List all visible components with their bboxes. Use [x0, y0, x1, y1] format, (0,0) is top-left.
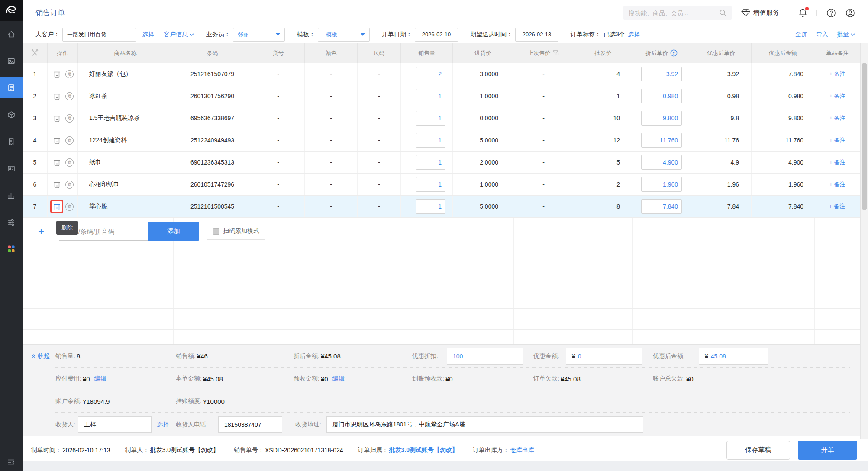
import-link[interactable]: 导入 [816, 31, 828, 39]
gift-row-icon[interactable]: 赠 [65, 136, 74, 145]
vertical-scrollbar[interactable] [860, 43, 868, 439]
delete-row-icon[interactable] [52, 157, 62, 168]
table-lower-area: + 添加 扫码累加模式 [23, 218, 860, 344]
add-remark-link[interactable]: + 备注 [829, 92, 845, 100]
sidebar-item-gallery[interactable] [0, 48, 23, 74]
add-remark-link[interactable]: + 备注 [829, 158, 845, 166]
discounted-unit-price-input[interactable]: 7.840 [641, 199, 682, 214]
delete-row-icon[interactable] [52, 68, 62, 80]
value-added-services-button[interactable]: 增值服务 [741, 9, 779, 17]
receiver-input[interactable]: 王梓 [78, 416, 152, 433]
row-ops: 赠 [48, 129, 78, 151]
order-tags-count: 已选3个 [603, 31, 625, 39]
fee-edit-link[interactable]: 编辑 [94, 375, 106, 383]
gift-row-icon[interactable]: 赠 [65, 181, 74, 189]
gift-row-icon[interactable]: 赠 [65, 92, 74, 100]
qty-input[interactable]: 1 [416, 177, 445, 192]
fullscreen-link[interactable]: 全屏 [795, 31, 807, 39]
discounted-unit-price-input[interactable]: 0.980 [641, 89, 682, 103]
sidebar-item-settings[interactable] [0, 209, 23, 236]
after-discount-unit-price: 7.84 [691, 196, 752, 217]
add-remark-link[interactable]: + 备注 [829, 136, 845, 144]
discounted-unit-price-input[interactable]: 9.800 [641, 111, 682, 126]
customer-info-dropdown[interactable]: 客户信息 [164, 31, 194, 39]
global-search[interactable] [623, 6, 732, 20]
account-icon[interactable] [845, 8, 855, 18]
sidebar-item-orders[interactable] [0, 128, 23, 155]
template-select[interactable]: - 模板 - [318, 28, 370, 42]
app-logo[interactable] [0, 0, 23, 21]
sidebar-item-apps[interactable] [0, 236, 23, 262]
salesman-select[interactable]: 张丽 [233, 28, 285, 42]
after-coupon-input[interactable]: ¥45.08 [699, 348, 768, 365]
scrollbar-thumb[interactable] [862, 63, 867, 210]
collapse-summary-link[interactable]: 收起 [31, 352, 50, 360]
qty-cell: 1 [401, 196, 453, 217]
delete-row-icon[interactable] [52, 113, 62, 124]
sidebar-item-reports[interactable] [0, 182, 23, 209]
discounted-unit-price-input[interactable]: 4.900 [641, 155, 682, 170]
qty-input[interactable]: 2 [416, 67, 445, 81]
sidebar-item-inventory[interactable] [0, 101, 23, 128]
add-button[interactable]: 添加 [148, 222, 199, 241]
after-discount-amount: 4.900 [752, 152, 814, 173]
expect-date-input[interactable]: 2026-02-13 [515, 28, 558, 42]
address-input[interactable]: 厦门市思明区环岛东路1801号，中航紫金广场A塔 [326, 416, 643, 433]
column-settings-icon[interactable] [31, 49, 39, 57]
collapse-sidebar-icon[interactable] [0, 458, 23, 467]
gift-row-icon[interactable]: 赠 [65, 158, 74, 167]
scan-accumulate-toggle[interactable]: 扫码累加模式 [207, 223, 265, 240]
gift-row-icon[interactable]: 赠 [65, 114, 74, 123]
checkbox-icon[interactable] [213, 228, 219, 235]
sales-amount-value: ¥46 [197, 352, 208, 360]
discount-rate-input[interactable]: 100 [447, 348, 523, 365]
receiver-select-link[interactable]: 选择 [157, 421, 169, 429]
gift-row-icon[interactable]: 赠 [65, 70, 74, 78]
search-input[interactable] [629, 10, 719, 16]
discounted-unit-price-input[interactable]: 3.92 [641, 67, 682, 81]
order-amount-label: 本单金额: [176, 375, 202, 383]
delete-row-icon[interactable] [52, 201, 62, 212]
qty-input[interactable]: 1 [416, 133, 445, 148]
prepay-edit-link[interactable]: 编辑 [332, 375, 345, 383]
qty-input[interactable]: 1 [416, 199, 445, 214]
order-date-input[interactable]: 2026-02-10 [415, 28, 458, 42]
add-remark-link[interactable]: + 备注 [829, 70, 845, 78]
discounted-unit-price-input[interactable]: 11.760 [641, 133, 682, 148]
delete-row-icon[interactable] [52, 179, 62, 190]
delete-row-icon[interactable] [52, 90, 62, 102]
outbound-link[interactable]: 仓库出库 [510, 446, 534, 454]
batch-dropdown[interactable]: 批量 [837, 31, 855, 39]
discounted-unit-price-input[interactable]: 1.960 [641, 177, 682, 192]
big-customer-select-link[interactable]: 选择 [142, 31, 154, 39]
help-icon[interactable] [826, 8, 836, 18]
qty-input[interactable]: 1 [416, 89, 445, 103]
notifications-bell-icon[interactable] [799, 8, 807, 17]
qty-input[interactable]: 1 [416, 111, 445, 126]
footer-buttons: 保存草稿 开单 [726, 441, 857, 460]
delete-row-icon[interactable] [52, 135, 62, 146]
sales-qty-label: 销售量: [55, 352, 75, 360]
chevron-down-icon [190, 33, 194, 36]
add-remark-link[interactable]: + 备注 [829, 203, 845, 210]
qty-input[interactable]: 1 [416, 155, 445, 170]
order-belong-link[interactable]: 批发3.0测试账号【勿改】 [389, 446, 458, 454]
save-draft-button[interactable]: 保存草稿 [726, 441, 790, 460]
row-ops: 赠 [48, 196, 78, 217]
coupon-amount-input[interactable]: ¥0 [566, 348, 642, 365]
submit-order-button[interactable]: 开单 [798, 441, 857, 460]
gift-row-icon[interactable]: 赠 [65, 203, 74, 211]
add-remark-link[interactable]: + 备注 [829, 181, 845, 188]
sidebar-item-customers[interactable] [0, 155, 23, 182]
sidebar-item-home[interactable] [0, 21, 23, 48]
filter-funnel-icon[interactable] [553, 50, 559, 56]
order-tags-select-link[interactable]: 选择 [628, 31, 640, 39]
receiver-phone-input[interactable]: 18150387407 [218, 416, 282, 433]
lightning-circle-icon[interactable] [670, 49, 678, 57]
add-remark-link[interactable]: + 备注 [829, 114, 845, 122]
sidebar-item-sales-order[interactable] [0, 77, 23, 98]
order-owed-value: ¥45.08 [561, 375, 581, 383]
big-customer-input[interactable] [62, 28, 136, 42]
search-icon[interactable] [719, 9, 726, 16]
add-row-plus-icon[interactable]: + [38, 226, 44, 236]
